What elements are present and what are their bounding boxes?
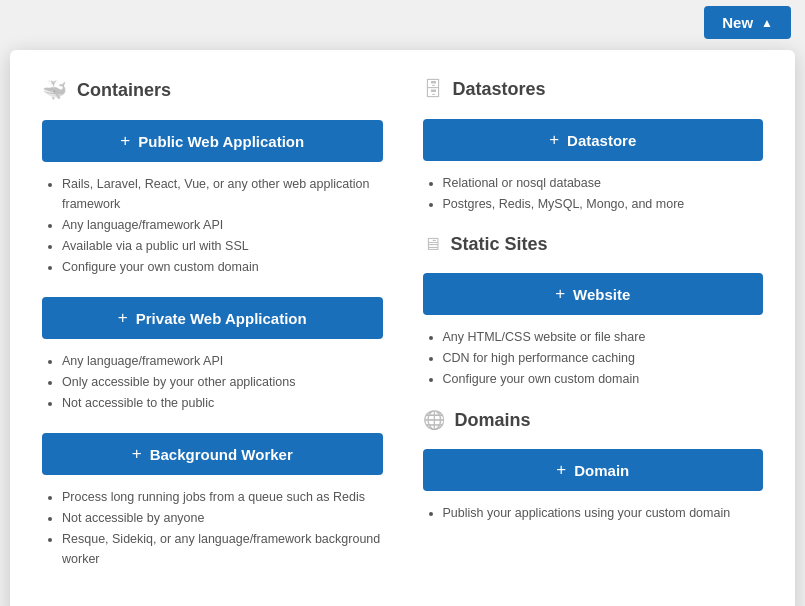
- datastores-section: Datastores + Datastore Relational or nos…: [423, 78, 764, 214]
- list-item: Any HTML/CSS website or file share: [443, 327, 764, 347]
- datastore-label: Datastore: [567, 132, 636, 149]
- list-item: Any language/framework API: [62, 351, 383, 371]
- datastore-icon: [423, 78, 443, 101]
- datastore-button[interactable]: + Datastore: [423, 119, 764, 161]
- chevron-up-icon: ▲: [761, 16, 773, 30]
- plus-icon: +: [120, 131, 130, 151]
- list-item: Rails, Laravel, React, Vue, or any other…: [62, 174, 383, 214]
- domains-title: Domains: [455, 410, 531, 431]
- plus-icon: +: [118, 308, 128, 328]
- containers-section: Containers + Public Web Application Rail…: [42, 78, 383, 589]
- list-item: Configure your own custom domain: [443, 369, 764, 389]
- domains-header: Domains: [423, 409, 764, 431]
- right-column: Datastores + Datastore Relational or nos…: [423, 78, 764, 589]
- website-button[interactable]: + Website: [423, 273, 764, 315]
- list-item: Postgres, Redis, MySQL, Mongo, and more: [443, 194, 764, 214]
- background-worker-desc-list: Process long running jobs from a queue s…: [42, 487, 383, 569]
- list-item: Process long running jobs from a queue s…: [62, 487, 383, 507]
- private-web-app-desc-list: Any language/framework API Only accessib…: [42, 351, 383, 413]
- static-sites-title: Static Sites: [451, 234, 548, 255]
- list-item: Available via a public url with SSL: [62, 236, 383, 256]
- list-item: Only accessible by your other applicatio…: [62, 372, 383, 392]
- static-sites-icon: [423, 234, 441, 255]
- plus-icon: +: [549, 130, 559, 150]
- background-worker-label: Background Worker: [150, 446, 293, 463]
- private-web-app-button[interactable]: + Private Web Application: [42, 297, 383, 339]
- domains-section: Domains + Domain Publish your applicatio…: [423, 409, 764, 523]
- datastore-desc-list: Relational or nosql database Postgres, R…: [423, 173, 764, 214]
- docker-icon: [42, 78, 67, 102]
- website-desc-list: Any HTML/CSS website or file share CDN f…: [423, 327, 764, 389]
- list-item: Relational or nosql database: [443, 173, 764, 193]
- public-web-app-button[interactable]: + Public Web Application: [42, 120, 383, 162]
- domain-button[interactable]: + Domain: [423, 449, 764, 491]
- domains-icon: [423, 409, 445, 431]
- new-button-label: New: [722, 14, 753, 31]
- list-item: Not accessible to the public: [62, 393, 383, 413]
- plus-icon: +: [132, 444, 142, 464]
- list-item: CDN for high performance caching: [443, 348, 764, 368]
- containers-header: Containers: [42, 78, 383, 102]
- datastores-title: Datastores: [453, 79, 546, 100]
- datastores-header: Datastores: [423, 78, 764, 101]
- private-web-app-label: Private Web Application: [136, 310, 307, 327]
- plus-icon: +: [555, 284, 565, 304]
- new-button[interactable]: New ▲: [704, 6, 791, 39]
- static-sites-section: Static Sites + Website Any HTML/CSS webs…: [423, 234, 764, 389]
- list-item: Configure your own custom domain: [62, 257, 383, 277]
- plus-icon: +: [556, 460, 566, 480]
- website-label: Website: [573, 286, 630, 303]
- background-worker-button[interactable]: + Background Worker: [42, 433, 383, 475]
- domain-label: Domain: [574, 462, 629, 479]
- list-item: Not accessible by anyone: [62, 508, 383, 528]
- public-web-app-label: Public Web Application: [138, 133, 304, 150]
- domain-desc-list: Publish your applications using your cus…: [423, 503, 764, 523]
- public-web-app-desc-list: Rails, Laravel, React, Vue, or any other…: [42, 174, 383, 277]
- list-item: Any language/framework API: [62, 215, 383, 235]
- containers-title: Containers: [77, 80, 171, 101]
- list-item: Resque, Sidekiq, or any language/framewo…: [62, 529, 383, 569]
- dropdown-card: Containers + Public Web Application Rail…: [10, 50, 795, 606]
- list-item: Publish your applications using your cus…: [443, 503, 764, 523]
- static-sites-header: Static Sites: [423, 234, 764, 255]
